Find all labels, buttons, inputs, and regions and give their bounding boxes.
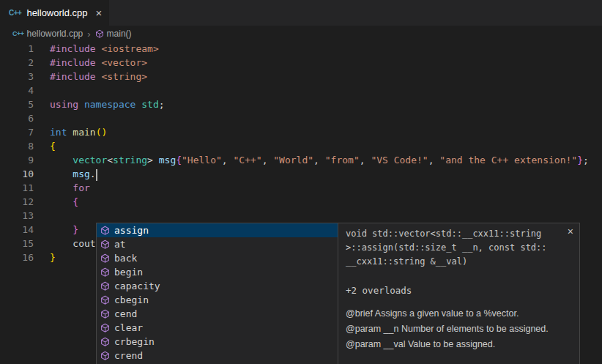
- method-icon: [100, 337, 110, 346]
- suggest-item-assign[interactable]: assign: [97, 223, 338, 237]
- code-line[interactable]: int main(): [50, 125, 589, 139]
- breadcrumb-symbol[interactable]: main(): [95, 29, 132, 39]
- breadcrumb-file[interactable]: C++ helloworld.cpp: [12, 29, 83, 39]
- line-number: 3: [0, 70, 34, 83]
- line-number: 12: [0, 195, 34, 209]
- code-token: [50, 168, 73, 179]
- code-token: .: [90, 168, 96, 179]
- code-token: [50, 224, 73, 235]
- suggest-widget: assignatbackbegincapacitycbegincendclear…: [96, 223, 580, 364]
- code-token: int: [50, 127, 67, 138]
- code-token: ;: [159, 99, 165, 110]
- code-token: >: [147, 155, 153, 166]
- code-line[interactable]: [50, 209, 589, 223]
- suggest-item-crend[interactable]: crend: [97, 349, 338, 363]
- line-number: 15: [0, 237, 34, 250]
- line-number: 14: [0, 223, 34, 237]
- code-token: {: [73, 196, 78, 207]
- line-number: 8: [0, 139, 34, 153]
- code-line[interactable]: [50, 83, 589, 97]
- suggest-item-label: crend: [114, 349, 143, 363]
- code-token: [50, 182, 73, 193]
- method-icon: [100, 267, 110, 277]
- code-line[interactable]: #include <vector>: [50, 56, 589, 70]
- suggest-item-label: crbegin: [114, 335, 155, 349]
- code-line[interactable]: [50, 111, 589, 125]
- suggest-item-cend[interactable]: cend: [97, 307, 338, 321]
- code-token: <iostream>: [101, 43, 158, 54]
- code-token: msg: [159, 155, 176, 166]
- line-number: 10: [0, 167, 34, 181]
- description-line: @brief Assigns a given value to a %vecto…: [346, 306, 572, 322]
- code-token: [153, 155, 159, 166]
- code-token: ,: [222, 155, 234, 166]
- suggest-item-label: begin: [114, 265, 143, 279]
- code-line[interactable]: using namespace std;: [50, 97, 589, 111]
- code-token: "and the C++ extension!": [439, 155, 577, 166]
- code-token: {: [176, 155, 182, 166]
- method-icon: [100, 295, 110, 305]
- code-line[interactable]: vector<string> msg{"Hello", "C++", "Worl…: [50, 153, 589, 167]
- suggest-item-label: cend: [114, 307, 137, 321]
- docs-overloads: +2 overloads: [346, 285, 572, 296]
- suggest-item-label: capacity: [114, 279, 160, 293]
- code-line[interactable]: #include <string>: [50, 70, 589, 83]
- tab-close-icon[interactable]: ×: [96, 7, 103, 18]
- code-token: for: [73, 182, 89, 193]
- code-line[interactable]: #include <iostream>: [50, 42, 589, 56]
- breadcrumb-file-label: helloworld.cpp: [27, 29, 83, 39]
- code-token: [78, 99, 84, 110]
- code-token: }: [50, 252, 56, 263]
- code-token: vector: [73, 155, 107, 166]
- suggest-item-back[interactable]: back: [97, 251, 338, 265]
- code-token: "from": [325, 155, 360, 166]
- line-number: 1: [0, 42, 34, 56]
- docs-signature: void std::vector<std::__cxx11::string>::…: [346, 227, 572, 269]
- docs-description: @brief Assigns a given value to a %vecto…: [346, 306, 572, 364]
- method-icon: [100, 309, 110, 319]
- method-icon: [100, 351, 110, 360]
- suggest-item-label: assign: [114, 223, 149, 237]
- line-number: 16: [0, 250, 34, 264]
- suggest-item-clear[interactable]: clear: [97, 321, 338, 335]
- line-number: 11: [0, 181, 34, 195]
- code-line[interactable]: {: [50, 139, 589, 153]
- tab-helloworld[interactable]: C++ helloworld.cpp ×: [0, 0, 109, 26]
- tab-bar: C++ helloworld.cpp ×: [0, 0, 602, 26]
- suggest-item-label: back: [114, 251, 137, 265]
- suggest-item-begin[interactable]: begin: [97, 265, 338, 279]
- close-icon[interactable]: ×: [568, 226, 573, 237]
- breadcrumb-symbol-label: main(): [107, 29, 132, 39]
- code-token: string: [113, 155, 147, 166]
- code-token: <: [107, 155, 113, 166]
- suggest-item-capacity[interactable]: capacity: [97, 279, 338, 293]
- method-icon: [100, 323, 110, 333]
- suggest-item-crbegin[interactable]: crbegin: [97, 335, 338, 349]
- line-number: 5: [0, 97, 34, 111]
- code-line[interactable]: msg.: [50, 167, 589, 181]
- method-icon: [100, 253, 110, 263]
- suggest-list[interactable]: assignatbackbegincapacitycbegincendclear…: [96, 223, 338, 364]
- code-line[interactable]: {: [50, 195, 589, 209]
- code-token: <string>: [101, 71, 147, 82]
- method-icon: [100, 239, 110, 249]
- suggest-item-at[interactable]: at: [97, 237, 338, 251]
- breadcrumb: C++ helloworld.cpp › main(): [0, 26, 602, 42]
- code-token: [50, 196, 73, 207]
- suggest-item-cbegin[interactable]: cbegin: [97, 293, 338, 307]
- code-token: #include: [50, 43, 96, 54]
- cpp-file-icon: C++: [12, 30, 24, 37]
- suggest-item-label: cbegin: [114, 293, 149, 307]
- description-line: @param __val Value to be assigned.: [346, 337, 572, 352]
- code-token: msg: [73, 168, 89, 179]
- editor[interactable]: 12345678910111213141516 #include <iostre…: [0, 42, 602, 264]
- code-token: main: [73, 127, 95, 138]
- gutter: 12345678910111213141516: [0, 42, 34, 264]
- line-number: 4: [0, 83, 34, 97]
- code-token: ,: [313, 155, 325, 166]
- signature-line: >::assign(std::size_t __n, const std::: [346, 241, 572, 255]
- code-token: #include: [50, 71, 96, 82]
- suggest-item-label: clear: [114, 321, 143, 335]
- code-line[interactable]: for: [50, 181, 589, 195]
- line-number: 9: [0, 153, 34, 167]
